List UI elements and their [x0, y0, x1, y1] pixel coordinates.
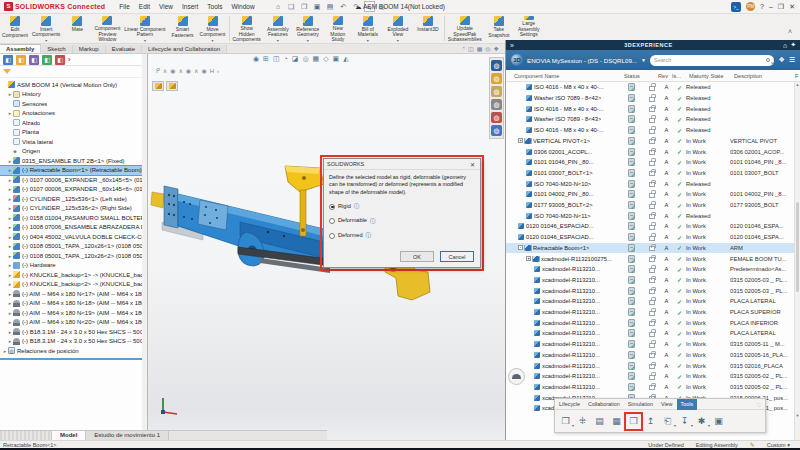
scene-icon[interactable]: ◇ — [323, 55, 328, 63]
search-input[interactable]: Search — [650, 55, 774, 66]
face-icon[interactable]: ◉ — [186, 67, 191, 74]
tab-sketch[interactable]: Sketch — [41, 45, 72, 53]
tree-item[interactable]: ▸◎Relaciones de posición — [0, 346, 142, 356]
tree-item[interactable]: ▸(-) KNUCKLE_backup<1> -> (KNUCKLE_backu… — [0, 270, 142, 280]
dimxpert-icon[interactable]: ◧ — [42, 55, 52, 65]
select-icon[interactable]: ↖ — [364, 1, 375, 12]
column-header-status[interactable]: Status — [624, 73, 640, 79]
tag-icon[interactable]: ❖ — [778, 56, 784, 64]
expander-icon[interactable]: - — [518, 245, 523, 250]
linearcomponent-pattern-button[interactable]: Linear Component Pattern▾ — [122, 14, 167, 43]
status-custom-dropdown[interactable]: Custom ▾ — [767, 442, 790, 448]
large-assembly-settings-button[interactable]: Large Assembly Settings▾ — [514, 14, 544, 43]
edit-component-button[interactable]: Edit Component — [0, 14, 30, 43]
tree-item[interactable]: ▸(-) 0107 00006_EXPANDER _60x145<6> (010… — [0, 185, 142, 195]
expander-icon[interactable]: + — [526, 256, 531, 261]
assistant-icon[interactable] — [508, 368, 525, 385]
toolbar-tab-lifecycle[interactable]: Lifecycle — [555, 399, 584, 410]
mate-icon[interactable]: ∧ — [178, 67, 182, 74]
tree-item[interactable]: ▸0315_ENSAMBLE BUT 2B<1> (Fixed) — [0, 156, 142, 166]
update-speedpak-subassemblies-button[interactable]: Update SpeedPak Subassemblies — [446, 14, 484, 43]
close-icon[interactable]: ✕ — [468, 161, 477, 168]
component-row[interactable]: xcadmodel-R113210...✓A✓In WorkPLACA LATE… — [506, 328, 794, 339]
radio-deformed[interactable] — [329, 233, 335, 239]
exploded-view-button[interactable]: Exploded View▾ — [383, 14, 413, 43]
component-icon[interactable]: ❒▾ — [558, 414, 573, 429]
options-icon[interactable]: ◎ — [377, 1, 388, 12]
user-avatar[interactable]: PM — [746, 2, 755, 11]
minimize-icon[interactable]: – — [769, 3, 773, 10]
component-row[interactable]: -Retractable Boom<1>✓A✓In WorkARM — [506, 243, 794, 254]
column-header-description[interactable]: Description — [734, 73, 762, 79]
zoom-area-icon[interactable]: ⊞ — [263, 55, 269, 63]
reference-geometry-button[interactable]: Reference Geometry▾ — [293, 14, 323, 43]
smart-fasteners-button[interactable]: Smart Fasteners — [168, 14, 198, 43]
design-library-icon[interactable]: ◍ — [491, 73, 502, 84]
mate-button[interactable]: Mate — [62, 14, 92, 43]
selected-component-badge[interactable] — [166, 81, 178, 91]
tree-item[interactable]: ▸(-) AIM -- M64 x 180 N<18> (AIM -- M64 … — [0, 299, 142, 309]
display-manager-icon[interactable]: ◧ — [55, 55, 65, 65]
settings-icon[interactable]: ✱▾ — [694, 414, 709, 429]
tree-item[interactable]: ▸(-) 0108 05001_TAPA _120x26<2> (0108 05… — [0, 251, 142, 261]
tree-item[interactable]: ▸(-) 1008 07006_ENSAMBLE ABRAZADERA DE M… — [0, 223, 142, 233]
tree-item[interactable]: ▸(-) 0404 45002_VALVULA DOBLE CHECK-COMP… — [0, 232, 142, 242]
tree-item[interactable]: ▸(-) AIM -- M64 x 180 N<20> (AIM -- M64 … — [0, 318, 142, 328]
component-row[interactable]: ISO 7040-M20-N<11>✓A✓Released — [506, 210, 794, 221]
edit-appearance-icon[interactable]: ▦ — [313, 55, 320, 63]
mate-icon[interactable]: ∧ — [194, 67, 198, 74]
radio-deformable[interactable] — [329, 218, 335, 224]
radio-option-deformed[interactable]: Deformedⓘ — [329, 232, 475, 240]
component-row[interactable]: ISO 4016 - M8 x 40 x 40-...✓A✓Released — [506, 103, 794, 114]
view-orientation-icon[interactable]: ◔ — [284, 55, 288, 63]
component-row[interactable]: 0120 01046_ESPACIAD...✓A✓In Work0120 010… — [506, 221, 794, 232]
radio-option-deformable[interactable]: Deformableⓘ — [329, 217, 475, 225]
tree-item[interactable]: Planta — [0, 128, 142, 138]
model-tab-model[interactable]: Model — [52, 431, 86, 440]
custom-properties-icon[interactable]: ◍ — [491, 125, 502, 136]
menu-tools[interactable]: Tools — [203, 2, 226, 11]
face-icon[interactable]: ◉ — [170, 67, 175, 74]
component-row[interactable]: xcadmodel-R113210...✓A✓In WorkPLACA SUPE… — [506, 307, 794, 318]
component-preview-window-button[interactable]: Component Preview Window — [92, 14, 122, 43]
tree-item[interactable]: ▸(-) B18.3.1M - 24 x 3.0 x 50 Hex SHCS -… — [0, 337, 142, 347]
appearances-icon[interactable]: ◍ — [491, 112, 502, 123]
hide-show-items-icon[interactable]: ◎ — [302, 55, 308, 63]
tree-item[interactable]: ▸History — [0, 90, 142, 100]
tree-item[interactable]: Sensores — [0, 99, 142, 109]
tree-item[interactable]: ▸(-) CYLINDER _125x536<2> (Right Side) — [0, 204, 142, 214]
toolbar-tab-view[interactable]: View — [657, 399, 677, 410]
chevron-down-icon[interactable]: ▼ — [641, 57, 646, 63]
component-row[interactable]: xcadmodel-R113210...✓A✓In WorkPLACA INFE… — [506, 317, 794, 328]
tab-markup[interactable]: Markup — [73, 45, 106, 53]
component-row[interactable]: Washer ISO 7089 - 8<43>✓A✓Released — [506, 114, 794, 125]
help-icon[interactable]: ? — [760, 3, 764, 10]
home-icon[interactable]: ⌂ — [273, 1, 284, 12]
tree-item[interactable]: ⌖Origen — [0, 147, 142, 157]
favorite-heart-icon[interactable]: ♡ — [754, 401, 765, 408]
column-header-is[interactable]: Is... — [672, 73, 681, 79]
file-explorer-icon[interactable]: ◍ — [491, 86, 502, 97]
ok-button[interactable]: OK — [400, 251, 434, 262]
quick-view-icon[interactable]: ◫ — [468, 45, 474, 52]
component-row[interactable]: +VERTICAL PIVOT<1>✓A✓In WorkVERTICAL PIV… — [506, 136, 794, 147]
quick-view-icon[interactable]: ❖ — [494, 45, 499, 52]
collapse-toolbar-icon[interactable]: ˄ — [788, 28, 792, 35]
selection-filter-icon[interactable]: ᑭ — [156, 67, 160, 74]
insert-components-button[interactable]: Insert Components▾ — [30, 14, 62, 43]
component-row[interactable]: xcadmodel-R113210...✓A✓In WorkPredetermi… — [506, 264, 794, 275]
list-scrollbar[interactable]: ▲▼ — [794, 82, 800, 448]
billof-materials-button[interactable]: Bill of Materials▾ — [353, 14, 383, 43]
component-row[interactable]: xcadmodel-R113210...✓A✓In Work0315 02005… — [506, 371, 794, 382]
assembly-features-button[interactable]: Assembly Features▾ — [263, 14, 293, 43]
session-label[interactable]: ENOVIA MySession - (DS - DSQRL09... — [527, 57, 637, 64]
component-row[interactable]: xcadmodel-R113210...✓A✓In Work0315 02005… — [506, 285, 794, 296]
tree-item[interactable]: ▸Anotaciones — [0, 109, 142, 119]
push-update-icon[interactable]: ↥ — [643, 414, 658, 429]
radio-option-rigid[interactable]: Rigidⓘ — [329, 203, 475, 211]
component-row[interactable]: xcadmodel-R113210...✓A✓In Work0315 02005… — [506, 339, 794, 350]
cancel-button[interactable]: Cancel — [440, 251, 474, 262]
mate-icon[interactable]: ∧ — [163, 67, 167, 74]
component-row[interactable]: 0306 02001_ACOPL...✓A✓In Work0306 02001_… — [506, 146, 794, 157]
dialog-title-bar[interactable]: SOLIDWORKS ✕ — [324, 159, 480, 170]
